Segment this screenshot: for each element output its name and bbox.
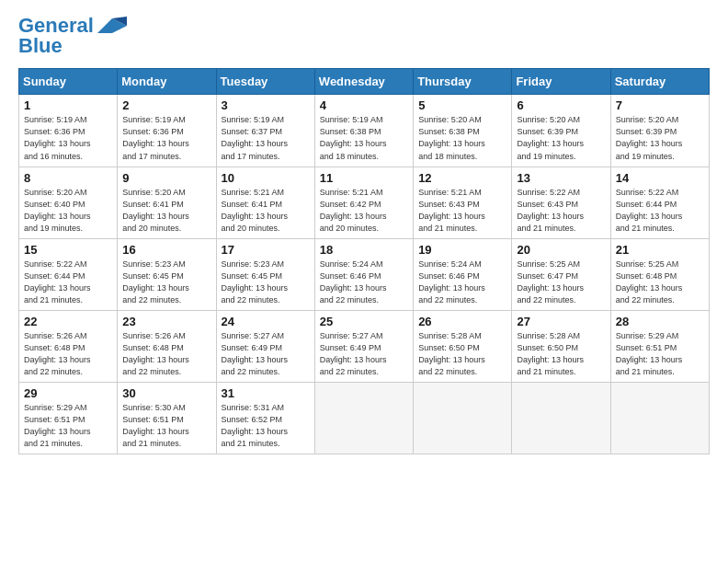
day-number: 3	[222, 98, 310, 112]
day-info: Sunrise: 5:27 AM Sunset: 6:49 PM Dayligh…	[320, 330, 408, 378]
calendar-cell-w2-d5: 20Sunrise: 5:25 AM Sunset: 6:47 PM Dayli…	[512, 238, 610, 310]
calendar-cell-w0-d3: 4Sunrise: 5:19 AM Sunset: 6:38 PM Daylig…	[314, 95, 413, 167]
calendar-cell-w2-d2: 17Sunrise: 5:23 AM Sunset: 6:45 PM Dayli…	[216, 238, 314, 310]
day-number: 21	[616, 243, 704, 257]
day-number: 2	[122, 98, 210, 112]
logo: General Blue	[18, 15, 127, 57]
calendar-cell-w4-d5	[512, 383, 610, 454]
calendar-cell-w1-d2: 10Sunrise: 5:21 AM Sunset: 6:41 PM Dayli…	[216, 167, 314, 238]
day-number: 19	[418, 243, 506, 257]
day-number: 15	[24, 243, 112, 257]
day-number: 8	[24, 171, 112, 185]
calendar-cell-w4-d6	[610, 383, 709, 454]
calendar-cell-w3-d0: 22Sunrise: 5:26 AM Sunset: 6:48 PM Dayli…	[19, 310, 118, 382]
calendar-cell-w2-d3: 18Sunrise: 5:24 AM Sunset: 6:46 PM Dayli…	[314, 238, 413, 310]
day-info: Sunrise: 5:23 AM Sunset: 6:45 PM Dayligh…	[222, 259, 310, 306]
calendar-cell-w2-d4: 19Sunrise: 5:24 AM Sunset: 6:46 PM Dayli…	[414, 238, 512, 310]
calendar-cell-w0-d2: 3Sunrise: 5:19 AM Sunset: 6:37 PM Daylig…	[216, 95, 314, 167]
day-number: 26	[418, 315, 506, 328]
day-number: 12	[418, 171, 506, 185]
calendar-cell-w1-d4: 12Sunrise: 5:21 AM Sunset: 6:43 PM Dayli…	[414, 167, 512, 238]
day-info: Sunrise: 5:25 AM Sunset: 6:48 PM Dayligh…	[616, 259, 704, 306]
day-number: 20	[517, 243, 605, 257]
calendar-cell-w3-d2: 24Sunrise: 5:27 AM Sunset: 6:49 PM Dayli…	[216, 310, 314, 382]
day-info: Sunrise: 5:20 AM Sunset: 6:40 PM Dayligh…	[24, 187, 112, 235]
calendar-cell-w2-d0: 15Sunrise: 5:22 AM Sunset: 6:44 PM Dayli…	[19, 238, 118, 310]
calendar-cell-w1-d5: 13Sunrise: 5:22 AM Sunset: 6:43 PM Dayli…	[512, 167, 610, 238]
header: General Blue	[18, 15, 710, 57]
day-info: Sunrise: 5:22 AM Sunset: 6:44 PM Dayligh…	[24, 259, 112, 306]
day-info: Sunrise: 5:21 AM Sunset: 6:41 PM Dayligh…	[222, 187, 310, 235]
day-number: 13	[517, 171, 605, 185]
day-number: 25	[320, 315, 408, 328]
logo-icon	[97, 17, 127, 35]
col-header-sunday: Sunday	[19, 69, 118, 95]
day-info: Sunrise: 5:22 AM Sunset: 6:43 PM Dayligh…	[517, 187, 605, 235]
day-number: 18	[320, 243, 408, 257]
col-header-saturday: Saturday	[610, 69, 709, 95]
calendar-cell-w0-d5: 6Sunrise: 5:20 AM Sunset: 6:39 PM Daylig…	[512, 95, 610, 167]
day-info: Sunrise: 5:26 AM Sunset: 6:48 PM Dayligh…	[24, 330, 112, 378]
day-number: 10	[222, 171, 310, 185]
day-number: 24	[222, 315, 310, 328]
calendar-cell-w0-d0: 1Sunrise: 5:19 AM Sunset: 6:36 PM Daylig…	[19, 95, 118, 167]
calendar-cell-w0-d1: 2Sunrise: 5:19 AM Sunset: 6:36 PM Daylig…	[118, 95, 216, 167]
day-info: Sunrise: 5:29 AM Sunset: 6:51 PM Dayligh…	[24, 402, 112, 450]
day-info: Sunrise: 5:21 AM Sunset: 6:43 PM Dayligh…	[418, 187, 506, 235]
day-number: 4	[320, 98, 408, 112]
calendar-cell-w1-d0: 8Sunrise: 5:20 AM Sunset: 6:40 PM Daylig…	[19, 167, 118, 238]
calendar-cell-w1-d1: 9Sunrise: 5:20 AM Sunset: 6:41 PM Daylig…	[118, 167, 216, 238]
calendar-cell-w3-d1: 23Sunrise: 5:26 AM Sunset: 6:48 PM Dayli…	[118, 310, 216, 382]
day-info: Sunrise: 5:24 AM Sunset: 6:46 PM Dayligh…	[320, 259, 408, 306]
calendar-cell-w4-d3	[314, 383, 413, 454]
calendar-table: SundayMondayTuesdayWednesdayThursdayFrid…	[18, 68, 710, 454]
calendar-cell-w4-d4	[414, 383, 512, 454]
day-info: Sunrise: 5:19 AM Sunset: 6:38 PM Dayligh…	[320, 114, 408, 162]
calendar-cell-w3-d3: 25Sunrise: 5:27 AM Sunset: 6:49 PM Dayli…	[314, 310, 413, 382]
col-header-friday: Friday	[512, 69, 610, 95]
day-info: Sunrise: 5:21 AM Sunset: 6:42 PM Dayligh…	[320, 187, 408, 235]
day-number: 29	[24, 386, 112, 400]
day-info: Sunrise: 5:20 AM Sunset: 6:38 PM Dayligh…	[418, 114, 506, 162]
day-info: Sunrise: 5:22 AM Sunset: 6:44 PM Dayligh…	[616, 187, 704, 235]
calendar-cell-w3-d4: 26Sunrise: 5:28 AM Sunset: 6:50 PM Dayli…	[414, 310, 512, 382]
day-number: 6	[517, 98, 605, 112]
calendar-cell-w0-d6: 7Sunrise: 5:20 AM Sunset: 6:39 PM Daylig…	[610, 95, 709, 167]
day-number: 23	[122, 315, 210, 328]
calendar-cell-w1-d3: 11Sunrise: 5:21 AM Sunset: 6:42 PM Dayli…	[314, 167, 413, 238]
day-info: Sunrise: 5:20 AM Sunset: 6:39 PM Dayligh…	[616, 114, 704, 162]
day-number: 27	[517, 315, 605, 328]
day-number: 11	[320, 171, 408, 185]
day-info: Sunrise: 5:20 AM Sunset: 6:41 PM Dayligh…	[122, 187, 210, 235]
calendar-cell-w1-d6: 14Sunrise: 5:22 AM Sunset: 6:44 PM Dayli…	[610, 167, 709, 238]
day-info: Sunrise: 5:28 AM Sunset: 6:50 PM Dayligh…	[517, 330, 605, 378]
day-info: Sunrise: 5:24 AM Sunset: 6:46 PM Dayligh…	[418, 259, 506, 306]
day-info: Sunrise: 5:25 AM Sunset: 6:47 PM Dayligh…	[517, 259, 605, 306]
day-number: 22	[24, 315, 112, 328]
day-info: Sunrise: 5:26 AM Sunset: 6:48 PM Dayligh…	[122, 330, 210, 378]
calendar-cell-w4-d0: 29Sunrise: 5:29 AM Sunset: 6:51 PM Dayli…	[19, 383, 118, 454]
day-number: 14	[616, 171, 704, 185]
calendar-cell-w4-d2: 31Sunrise: 5:31 AM Sunset: 6:52 PM Dayli…	[216, 383, 314, 454]
col-header-wednesday: Wednesday	[314, 69, 413, 95]
col-header-tuesday: Tuesday	[216, 69, 314, 95]
day-info: Sunrise: 5:20 AM Sunset: 6:39 PM Dayligh…	[517, 114, 605, 162]
calendar-cell-w0-d4: 5Sunrise: 5:20 AM Sunset: 6:38 PM Daylig…	[414, 95, 512, 167]
day-number: 5	[418, 98, 506, 112]
day-info: Sunrise: 5:19 AM Sunset: 6:36 PM Dayligh…	[24, 114, 112, 162]
day-info: Sunrise: 5:27 AM Sunset: 6:49 PM Dayligh…	[222, 330, 310, 378]
day-info: Sunrise: 5:29 AM Sunset: 6:51 PM Dayligh…	[616, 330, 704, 378]
day-info: Sunrise: 5:23 AM Sunset: 6:45 PM Dayligh…	[122, 259, 210, 306]
calendar-cell-w3-d6: 28Sunrise: 5:29 AM Sunset: 6:51 PM Dayli…	[610, 310, 709, 382]
day-number: 30	[122, 386, 210, 400]
day-number: 17	[222, 243, 310, 257]
col-header-monday: Monday	[118, 69, 216, 95]
day-info: Sunrise: 5:19 AM Sunset: 6:37 PM Dayligh…	[222, 114, 310, 162]
day-number: 9	[122, 171, 210, 185]
day-number: 1	[24, 98, 112, 112]
day-info: Sunrise: 5:19 AM Sunset: 6:36 PM Dayligh…	[122, 114, 210, 162]
logo-blue-text: Blue	[18, 35, 63, 57]
day-info: Sunrise: 5:28 AM Sunset: 6:50 PM Dayligh…	[418, 330, 506, 378]
col-header-thursday: Thursday	[414, 69, 512, 95]
calendar-cell-w2-d1: 16Sunrise: 5:23 AM Sunset: 6:45 PM Dayli…	[118, 238, 216, 310]
